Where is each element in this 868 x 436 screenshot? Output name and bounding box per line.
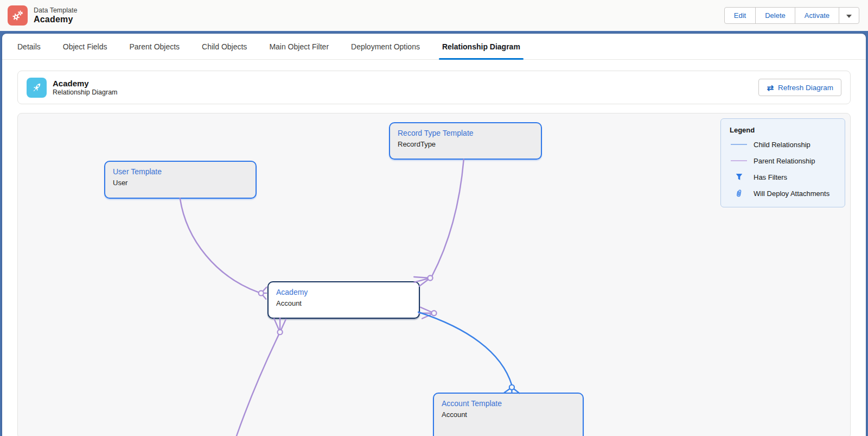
node-record-type-template[interactable]: Record Type Template RecordType bbox=[389, 122, 542, 160]
tab-relationship-diagram[interactable]: Relationship Diagram bbox=[442, 34, 520, 59]
object-type-label: Data Template bbox=[34, 7, 77, 14]
crowsfoot-prong-academy-bottom-parent bbox=[280, 319, 286, 332]
legend-item-parent-relationship: Parent Relationship bbox=[730, 153, 837, 169]
crowsfoot-prong-academy-right-parent-anchor bbox=[420, 307, 434, 313]
node-title: Record Type Template bbox=[398, 129, 533, 137]
crowsfoot-prong-academy-right-parent-anchor bbox=[422, 313, 434, 319]
legend-item-label: Has Filters bbox=[754, 173, 787, 181]
record-header: Data Template Academy EditDeleteActivate bbox=[0, 0, 868, 31]
edge-user-template-to-academy bbox=[180, 198, 258, 292]
node-title: Academy bbox=[276, 288, 411, 296]
legend-swatch bbox=[730, 189, 748, 198]
tab-label: Main Object Filter bbox=[269, 42, 329, 51]
legend-item-label: Child Relationship bbox=[754, 141, 810, 149]
tab-label: Child Objects bbox=[202, 42, 247, 51]
tab-label: Parent Objects bbox=[130, 42, 180, 51]
gears-icon bbox=[11, 9, 24, 22]
node-object-name: Account bbox=[442, 410, 575, 419]
tab-parent-objects[interactable]: Parent Objects bbox=[130, 34, 180, 59]
legend-item-child-relationship: Child Relationship bbox=[730, 136, 837, 153]
legend-item-has-filters: Has Filters bbox=[730, 169, 837, 185]
edge-record-type-template-to-academy bbox=[432, 160, 464, 276]
relationship-line-swatch bbox=[731, 144, 747, 145]
panel-subtitle: Relationship Diagram bbox=[53, 89, 118, 96]
chevron-down-icon bbox=[846, 15, 852, 18]
node-object-name: User bbox=[113, 179, 248, 187]
rocket-icon bbox=[30, 81, 43, 94]
legend-swatch bbox=[730, 173, 748, 181]
node-object-name: Account bbox=[276, 299, 411, 307]
node-academy[interactable]: Academy Account bbox=[267, 281, 420, 319]
record-detail-card: Details Object Fields Parent Objects Chi… bbox=[2, 34, 866, 436]
more-actions-button[interactable] bbox=[839, 7, 859, 24]
crowsfoot-ring-user-template-to-academy bbox=[259, 290, 264, 295]
panel-title: Academy bbox=[53, 79, 118, 88]
data-template-object-icon bbox=[8, 5, 28, 26]
legend-item-label: Will Deploy Attachments bbox=[754, 189, 829, 198]
node-title: Account Template bbox=[442, 399, 575, 408]
legend-swatch bbox=[730, 160, 748, 161]
node-user-template[interactable]: User Template User bbox=[104, 161, 257, 199]
tab-details[interactable]: Details bbox=[17, 34, 41, 59]
node-object-name: RecordType bbox=[398, 140, 533, 148]
record-title: Academy bbox=[34, 15, 77, 24]
crowsfoot-ring-academy-to-account-template bbox=[509, 385, 514, 390]
record-tabbar: Details Object Fields Parent Objects Chi… bbox=[2, 34, 866, 60]
tab-label: Object Fields bbox=[63, 42, 107, 51]
filter-icon bbox=[735, 173, 743, 181]
delete-button[interactable]: Delete bbox=[755, 7, 795, 24]
edge-academy-bottom-parent bbox=[233, 332, 280, 436]
edge-academy-to-account-template bbox=[418, 312, 512, 386]
node-account-template[interactable]: Account Template Account bbox=[433, 393, 584, 436]
crowsfoot-prong-academy-bottom-parent bbox=[274, 319, 280, 332]
diagram-legend: Legend Child Relationship Parent Relatio… bbox=[720, 118, 845, 207]
refresh-icon: ⇄ bbox=[767, 84, 774, 92]
node-title: User Template bbox=[113, 167, 248, 176]
relationship-diagram-badge bbox=[27, 78, 47, 98]
paperclip-icon bbox=[735, 189, 743, 198]
legend-item-will-deploy-attachments: Will Deploy Attachments bbox=[730, 185, 837, 201]
tab-label: Deployment Options bbox=[351, 42, 420, 51]
crowsfoot-ring-record-type-template-to-academy bbox=[427, 275, 432, 280]
relationship-line-swatch bbox=[731, 160, 747, 161]
crowsfoot-ring-academy-bottom-parent bbox=[278, 330, 283, 334]
tab-main-object-filter[interactable]: Main Object Filter bbox=[269, 34, 329, 59]
tab-object-fields[interactable]: Object Fields bbox=[63, 34, 107, 59]
tab-deployment-options[interactable]: Deployment Options bbox=[351, 34, 420, 59]
tab-label: Relationship Diagram bbox=[442, 42, 520, 51]
crowsfoot-prong-user-template-to-academy bbox=[261, 287, 266, 293]
legend-title: Legend bbox=[730, 126, 837, 134]
record-actions-group: EditDeleteActivate bbox=[724, 7, 859, 24]
crowsfoot-prong-record-type-template-to-academy bbox=[419, 278, 430, 286]
crowsfoot-prong-academy-to-account-template bbox=[504, 387, 512, 393]
crowsfoot-prong-user-template-to-academy bbox=[261, 293, 266, 299]
legend-item-label: Parent Relationship bbox=[754, 157, 815, 165]
diagram-panel-header: Academy Relationship Diagram ⇄ Refresh D… bbox=[17, 71, 851, 104]
edit-button[interactable]: Edit bbox=[724, 7, 756, 24]
refresh-button-label: Refresh Diagram bbox=[778, 84, 833, 92]
relationship-diagram-canvas[interactable]: Legend Child Relationship Parent Relatio… bbox=[17, 113, 851, 436]
crowsfoot-prong-record-type-template-to-academy bbox=[414, 277, 430, 278]
tab-label: Details bbox=[17, 42, 41, 51]
crowsfoot-ring-academy-right-parent-anchor bbox=[431, 311, 436, 315]
refresh-diagram-button[interactable]: ⇄ Refresh Diagram bbox=[758, 79, 841, 96]
tab-child-objects[interactable]: Child Objects bbox=[202, 34, 247, 59]
legend-swatch bbox=[730, 144, 748, 145]
activate-button[interactable]: Activate bbox=[795, 7, 839, 24]
